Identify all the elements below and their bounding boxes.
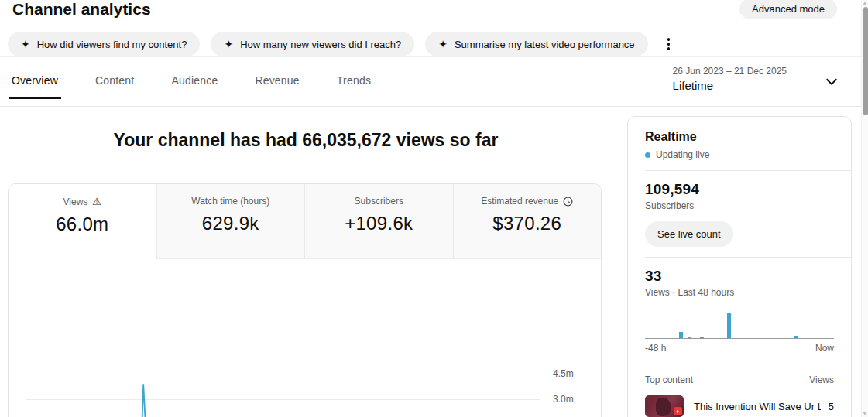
realtime-bar (688, 337, 691, 338)
metric-tab-subscribers[interactable]: Subscribers+109.6k (304, 184, 453, 259)
metric-value: 66.0m (9, 214, 156, 235)
divider (645, 170, 851, 171)
scrollbar-thumb[interactable] (863, 7, 868, 115)
channel-analytics-page: Channel analytics Advanced mode ✦How did… (0, 0, 868, 417)
date-range-text: 26 Jun 2023 – 21 Dec 2025 (673, 66, 787, 77)
y-axis-label: 3.0m (553, 394, 574, 405)
views-48h-label: Views · Last 48 hours (645, 287, 834, 298)
see-live-count-button[interactable]: See live count (645, 221, 733, 247)
metric-tab-views[interactable]: Views⚠66.0m (9, 184, 156, 259)
metric-label: Views⚠ (9, 196, 156, 207)
suggestion-chips-row: ✦How did viewers find my content?✦How ma… (8, 32, 676, 56)
suggestion-chip-label: Summarise my latest video performance (455, 39, 635, 50)
tab-overview[interactable]: Overview (12, 74, 58, 99)
realtime-bar (794, 336, 798, 338)
realtime-bar (700, 337, 704, 338)
top-content-header: Top content Views (645, 374, 834, 385)
metric-label-text: Watch time (hours) (191, 196, 269, 207)
views-chart: 4.5m3.0m1.5m09+9+9+6226 Jun 2...25 Nov 2… (9, 259, 601, 417)
tab-revenue[interactable]: Revenue (255, 74, 299, 99)
advanced-mode-button[interactable]: Advanced mode (739, 0, 837, 19)
video-title: This Invention Will Save Ur Lif... (694, 401, 821, 412)
metric-value: $370.26 (454, 213, 602, 234)
views-column-label: Views (809, 374, 834, 385)
scroll-down-icon[interactable] (863, 412, 867, 415)
metric-label-text: Subscribers (355, 196, 403, 207)
updating-live-row: Updating live (645, 149, 834, 160)
realtime-bar (679, 332, 683, 338)
date-preset-label: Lifetime (673, 79, 787, 92)
realtime-card: Realtime Updating live 109,594 Subscribe… (627, 116, 852, 417)
tab-trends[interactable]: Trends (337, 74, 371, 99)
realtime-title: Realtime (645, 130, 834, 144)
metric-label: Estimated revenue (454, 196, 602, 207)
sparkle-icon: ✦ (438, 38, 448, 50)
divider (645, 257, 851, 258)
views-48h-count: 33 (645, 268, 834, 285)
video-thumbnail (645, 395, 684, 417)
suggestion-chip-1[interactable]: ✦How many new viewers did I reach? (211, 32, 414, 56)
suggestion-chip-0[interactable]: ✦How did viewers find my content? (8, 32, 200, 56)
page-title: Channel analytics (12, 0, 151, 19)
top-content-label: Top content (645, 374, 693, 385)
metric-label-text: Estimated revenue (481, 196, 558, 207)
suggestion-chip-label: How did viewers find my content? (37, 39, 187, 50)
suggestion-chip-2[interactable]: ✦Summarise my latest video performance (425, 32, 647, 56)
metric-value: +109.6k (305, 213, 453, 234)
date-range-selector[interactable]: 26 Jun 2023 – 21 Dec 2025 Lifetime (673, 66, 787, 92)
shorts-icon (674, 407, 682, 415)
sparkle-icon: ✦ (21, 38, 30, 50)
warning-icon[interactable]: ⚠ (92, 196, 101, 207)
metric-value: 629.9k (157, 213, 305, 234)
updating-live-label: Updating live (656, 149, 709, 160)
realtime-subscribers-label: Subscribers (645, 200, 834, 211)
analytics-card: Views⚠66.0mWatch time (hours)629.9kSubsc… (8, 183, 602, 417)
metric-tab-watch-time-hours-[interactable]: Watch time (hours)629.9k (156, 184, 305, 259)
clock-icon[interactable] (563, 197, 573, 207)
top-video-row[interactable]: This Invention Will Save Ur Lif... 5 (645, 395, 834, 417)
page-scrollbar (861, 0, 868, 417)
axis-end-label: Now (815, 343, 834, 354)
metric-tab-estimated-revenue[interactable]: Estimated revenue$370.26 (453, 184, 602, 259)
suggestion-chip-label: How many new viewers did I reach? (240, 39, 401, 50)
analytics-tabs: OverviewContentAudienceRevenueTrends (12, 74, 371, 99)
sparkle-icon: ✦ (224, 38, 233, 50)
header-divider (0, 56, 862, 57)
metric-label: Watch time (hours) (157, 196, 305, 207)
views-line-chart (26, 337, 540, 417)
realtime-bar-chart (645, 309, 834, 339)
video-views: 5 (829, 401, 834, 412)
metric-tab-strip: Views⚠66.0mWatch time (hours)629.9kSubsc… (9, 184, 601, 259)
live-dot-icon (645, 152, 650, 158)
realtime-subscriber-count: 109,594 (645, 181, 834, 198)
realtime-axis-labels: -48 h Now (645, 343, 834, 354)
chevron-down-icon[interactable] (823, 73, 840, 93)
divider (645, 364, 851, 364)
axis-start-label: -48 h (645, 343, 666, 354)
tabs-bottom-border (0, 106, 862, 107)
scroll-up-icon[interactable] (863, 2, 867, 5)
tab-content[interactable]: Content (95, 74, 134, 99)
y-axis-label: 4.5m (553, 368, 574, 379)
kebab-menu-icon[interactable] (662, 36, 676, 52)
metric-label-text: Views (63, 197, 88, 207)
views-headline: Your channel has had 66,035,672 views so… (0, 130, 612, 151)
tab-audience[interactable]: Audience (171, 74, 218, 99)
realtime-bar (727, 313, 731, 338)
metric-label: Subscribers (305, 196, 453, 207)
